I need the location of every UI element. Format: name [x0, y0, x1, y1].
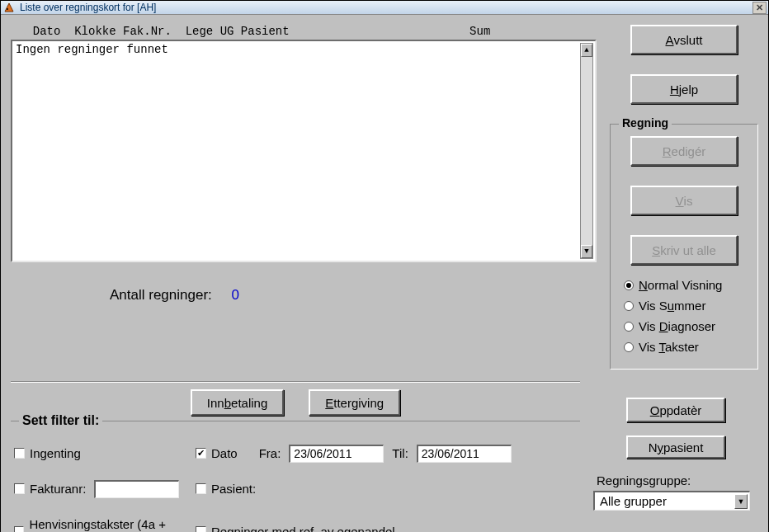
count-value: 0: [231, 287, 238, 303]
filter-pasient[interactable]: Pasient:: [196, 482, 577, 496]
titlebar: Liste over regningskort for [AH] ✕: [1, 1, 768, 15]
radio-vis-diagnoser[interactable]: Vis Diagnoser: [624, 319, 749, 333]
svg-point-0: [7, 8, 8, 10]
list-headers: Dato Klokke Fak.Nr. Lege UG Pasient Sum: [11, 25, 597, 40]
chevron-down-icon[interactable]: ▼: [734, 494, 748, 509]
til-date-field[interactable]: 23/06/2011: [417, 445, 512, 463]
scroll-up-icon[interactable]: ▲: [581, 44, 592, 57]
filter-ref-egenandel[interactable]: Regninger med ref. av egenandel: [196, 525, 577, 533]
scroll-track[interactable]: [581, 57, 592, 245]
vis-button[interactable]: Vis: [630, 186, 738, 215]
ny-pasient-button[interactable]: Ny pasient: [626, 435, 725, 459]
oppdater-button[interactable]: Oppdatèr: [626, 398, 725, 422]
invoice-list[interactable]: Ingen regninger funnet ▲ ▼: [11, 40, 597, 262]
fakturanr-field[interactable]: [94, 480, 179, 498]
radio-vis-takster[interactable]: Vis Takster: [624, 340, 749, 354]
app-icon: [2, 1, 16, 14]
skriv-ut-alle-button[interactable]: Skriv ut alle: [630, 235, 738, 265]
window-body: Dato Klokke Fak.Nr. Lege UG Pasient Sum …: [1, 15, 768, 532]
regning-group: Regning Redigér Vis Skriv ut alle Normal…: [610, 124, 758, 370]
window-title: Liste over regningskort for [AH]: [20, 2, 752, 13]
radio-vis-summer[interactable]: Vis Summer: [624, 299, 749, 313]
filter-fakturanr[interactable]: Fakturanr:: [14, 482, 86, 496]
hjelp-button[interactable]: Hjelp: [630, 74, 738, 104]
list-empty-text: Ingen regninger funnet: [16, 43, 168, 56]
regning-legend: Regning: [619, 116, 672, 129]
filter-legend: Sett filter til:: [19, 413, 102, 428]
count-label: Antall regninger:: [110, 287, 212, 303]
divider: [11, 381, 580, 383]
fra-label: Fra:: [259, 446, 281, 460]
innbetaling-button[interactable]: Innbetaling: [191, 389, 284, 416]
filter-henvisning[interactable]: Henvisningstakster (4a + 4b): [14, 517, 179, 532]
fra-date-field[interactable]: 23/06/2011: [289, 445, 384, 463]
til-label: Til:: [392, 446, 408, 460]
ettergiving-button[interactable]: Ettergiving: [309, 389, 400, 416]
scroll-down-icon[interactable]: ▼: [581, 245, 592, 258]
scrollbar[interactable]: ▲ ▼: [580, 43, 593, 259]
filter-dato[interactable]: ✔ Dato: [196, 446, 238, 460]
filter-ingenting[interactable]: Ingenting: [14, 446, 179, 460]
filter-group: Sett filter til: Ingenting ✔ Dato Fra:: [11, 421, 580, 532]
rediger-button[interactable]: Redigér: [630, 136, 738, 166]
regningsgruppe-select[interactable]: Alle grupper ▼: [593, 491, 750, 511]
count-row: Antall regninger: 0: [11, 287, 597, 304]
radio-normal-visning[interactable]: Normal Visning: [624, 278, 749, 292]
regningsgruppe-label: Regningsgruppe:: [593, 473, 758, 487]
window: Liste over regningskort for [AH] ✕ Dato …: [0, 0, 769, 532]
close-icon[interactable]: ✕: [752, 2, 767, 14]
avslutt-button[interactable]: Avslutt: [630, 25, 738, 54]
